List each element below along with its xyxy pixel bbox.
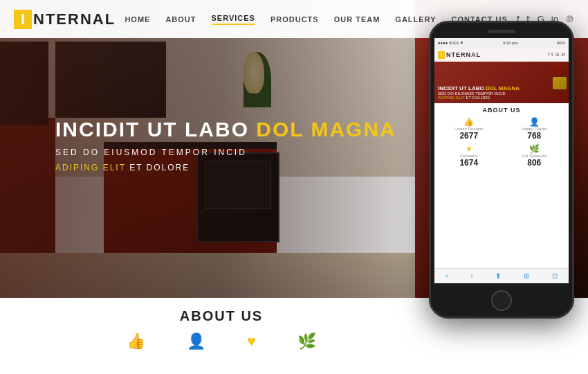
phone-hero-sub2: ADIPING ELIT ET DOLORE bbox=[438, 96, 520, 100]
phone-thumb-2 bbox=[553, 77, 567, 89]
phone-stat-num-followers: 1674 bbox=[459, 158, 478, 168]
hero-section: INCIDIT UT LABO DOL MAGNA SED DO EIUSMOD… bbox=[0, 0, 443, 298]
hero-content: INCIDIT UT LABO DOL MAGNA SED DO EIUSMOD… bbox=[55, 118, 396, 172]
logo-text: NTERNAL bbox=[33, 10, 116, 28]
about-icon-sponsors: 🌿 bbox=[297, 332, 316, 350]
phone-leaf-icon: 🌿 bbox=[529, 144, 540, 154]
logo[interactable]: I NTERNAL bbox=[14, 10, 116, 29]
nav-item-about[interactable]: ABOUT bbox=[165, 15, 196, 24]
hero-title: INCIDIT UT LABO DOL MAGNA bbox=[55, 118, 396, 141]
phone-stat-clients: 👤 Happy Clients 768 bbox=[504, 117, 566, 141]
about-icon-clients: 👤 bbox=[187, 332, 205, 350]
phone-thumb-stack bbox=[553, 63, 567, 89]
phone-stat-luxury: 👍 Luxury Designs 2677 bbox=[438, 117, 500, 141]
phone-nav-back[interactable]: ‹ bbox=[445, 272, 448, 280]
phone-time: 9:20 pm bbox=[503, 41, 518, 45]
phone-stat-num-sponsors: 806 bbox=[527, 158, 541, 168]
nav-item-ourteam[interactable]: OUR TEAM bbox=[334, 15, 380, 24]
phone-user-icon: 👤 bbox=[529, 117, 540, 127]
phone-in: in bbox=[562, 52, 565, 57]
nav-item-services[interactable]: SERVICES bbox=[212, 14, 255, 25]
phone-mockup: ●●●● IDEA ▼ 9:20 pm 90% I NTERNAL f 𝕥 G bbox=[429, 21, 574, 319]
phone-stat-num-luxury: 2677 bbox=[459, 131, 478, 141]
phone-hero-sub2-yellow: ADIPING ELIT bbox=[438, 96, 465, 100]
phone-heart-icon: ♥ bbox=[466, 144, 471, 154]
phone-thumb-1 bbox=[553, 63, 567, 75]
leaf-icon: 🌿 bbox=[297, 332, 316, 350]
phone-hero: I NTERNAL f 𝕥 G in bbox=[434, 48, 569, 103]
phone-hero-content: INCIDIT UT LABO DOL MAGNA SED DO EIUSMOD… bbox=[438, 85, 520, 100]
phone-home-button[interactable] bbox=[491, 290, 512, 311]
phone-thumbsup-icon: 👍 bbox=[463, 117, 474, 127]
phone-tw: 𝕥 bbox=[551, 52, 553, 57]
phone-about-section: ABOUT US 👍 Luxury Designs 2677 👤 Happy C… bbox=[434, 103, 569, 171]
logo-icon-box: I bbox=[14, 10, 32, 29]
nav-item-products[interactable]: PRODUCTS bbox=[270, 15, 319, 24]
user-icon: 👤 bbox=[187, 332, 205, 350]
phone-nav-bar: ‹ › ⬆ ⊞ ⊡ bbox=[434, 268, 569, 283]
about-icon-followers: ♥ bbox=[247, 332, 256, 350]
phone-g: G bbox=[555, 52, 559, 57]
about-title: ABOUT US bbox=[180, 308, 263, 324]
thumbsup-icon: 👍 bbox=[127, 332, 145, 350]
phone-hero-title-text: INCIDIT UT LABO bbox=[438, 85, 486, 91]
hero-sub2: ADIPING ELIT ET DOLORE bbox=[55, 163, 396, 172]
phone-logo-box: I bbox=[438, 51, 445, 59]
hero-sub2-yellow: ADIPING ELIT bbox=[55, 163, 126, 172]
phone-screen: ●●●● IDEA ▼ 9:20 pm 90% I NTERNAL f 𝕥 G bbox=[434, 38, 569, 283]
phone-stat-followers: ♥ Followers 1674 bbox=[438, 144, 500, 168]
phone-hero-title-highlight: DOL MAGNA bbox=[486, 85, 520, 91]
about-icon-luxury: 👍 bbox=[127, 332, 145, 350]
hero-sub2-white: ET DOLORE bbox=[129, 163, 190, 172]
phone-stat-sponsors: 🌿 Our Sponsors 806 bbox=[504, 144, 566, 168]
phone-about-title: ABOUT US bbox=[438, 107, 565, 114]
phone-outer: ●●●● IDEA ▼ 9:20 pm 90% I NTERNAL f 𝕥 G bbox=[429, 21, 574, 319]
phone-signal: ●●●● IDEA ▼ bbox=[438, 41, 463, 45]
phone-hero-sub2-white: ET DOLORE bbox=[466, 96, 490, 100]
phone-fb: f bbox=[548, 52, 549, 57]
about-section: ABOUT US 👍 👤 ♥ 🌿 bbox=[0, 298, 443, 374]
hero-title-text: INCIDIT UT LABO bbox=[55, 118, 249, 141]
phone-battery: 90% bbox=[557, 41, 565, 45]
phone-header-bar: I NTERNAL f 𝕥 G in bbox=[434, 48, 569, 62]
phone-social-icons: f 𝕥 G in bbox=[548, 52, 565, 57]
phone-nav-bookmark[interactable]: ⊡ bbox=[552, 272, 558, 280]
phone-logo-text: NTERNAL bbox=[446, 51, 481, 58]
phone-speaker bbox=[488, 30, 515, 33]
hero-title-highlight: DOL MAGNA bbox=[256, 118, 396, 141]
phone-status-bar: ●●●● IDEA ▼ 9:20 pm 90% bbox=[434, 38, 569, 48]
heart-icon: ♥ bbox=[247, 332, 256, 350]
phone-stats-grid: 👍 Luxury Designs 2677 👤 Happy Clients 76… bbox=[438, 117, 565, 168]
about-icons-row: 👍 👤 ♥ 🌿 bbox=[127, 332, 316, 350]
phone-stat-num-clients: 768 bbox=[527, 131, 541, 141]
hero-subtitle: SED DO EIUSMOD TEMPOR INCID bbox=[55, 148, 396, 157]
phone-nav-tabs[interactable]: ⊞ bbox=[524, 272, 529, 280]
phone-hero-title: INCIDIT UT LABO DOL MAGNA bbox=[438, 85, 520, 91]
phone-nav-forward[interactable]: › bbox=[470, 272, 472, 280]
nav-item-home[interactable]: HOME bbox=[125, 15, 150, 24]
phone-nav-share[interactable]: ⬆ bbox=[495, 272, 501, 280]
